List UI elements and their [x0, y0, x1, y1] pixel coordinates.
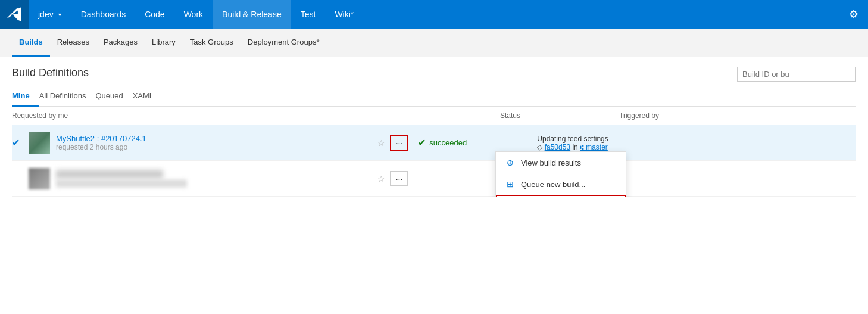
view-results-icon: ⊕ [505, 158, 515, 167]
nav-code[interactable]: Code [135, 0, 174, 29]
header-triggered: Triggered by [619, 111, 856, 120]
build-sub-1: requested 2 hours ago [56, 143, 375, 151]
build-avatar-2 [29, 168, 50, 189]
tab-xaml[interactable]: XAML [133, 86, 163, 107]
branch-link-1[interactable]: master [580, 143, 608, 151]
build-triggered-1: Updating feed settings ◇ fa50d53 in mast… [537, 135, 856, 151]
nav-library[interactable]: Library [145, 29, 183, 57]
more-options-button-1[interactable]: ··· [390, 135, 409, 151]
page-title: Build Definitions [12, 67, 89, 79]
nav-task-groups[interactable]: Task Groups [183, 29, 241, 57]
menu-edit[interactable]: ✏ Edit... [496, 195, 626, 197]
tab-mine[interactable]: Mine [12, 86, 39, 107]
search-input[interactable] [737, 67, 856, 82]
settings-icon[interactable]: ⚙ [849, 8, 858, 21]
nav-packages[interactable]: Packages [96, 29, 145, 57]
status-check-icon: ✔ [418, 137, 426, 148]
menu-item-label-2: Queue new build... [521, 180, 585, 189]
nav-build-release[interactable]: Build & Release [213, 0, 291, 29]
favorite-button-2[interactable]: ☆ [375, 172, 388, 186]
tab-queued[interactable]: Queued [95, 86, 132, 107]
menu-item-label-1: View build results [521, 158, 581, 167]
org-name: jdev [38, 10, 54, 19]
nav-wiki[interactable]: Wiki* [325, 0, 363, 29]
build-name-1: MyShuttle2 : #20170724.1 [56, 134, 375, 143]
build-info-2: blurred content here blurred sub text he… [56, 170, 375, 188]
org-selector[interactable]: jdev ▾ [29, 0, 71, 29]
page-header: Build Definitions [12, 67, 856, 86]
nav-builds[interactable]: Builds [12, 29, 50, 57]
header-requested: Requested by me [12, 111, 500, 120]
definition-tabs: Mine All Definitions Queued XAML [12, 86, 856, 107]
main-content: Build Definitions Mine All Definitions Q… [0, 57, 868, 197]
commit-link-1[interactable]: fa50d53 [545, 143, 570, 151]
nav-work[interactable]: Work [174, 0, 213, 29]
build-row-1: ✔ MyShuttle2 : #20170724.1 requested 2 h… [12, 125, 856, 161]
commit-icon-1: ◇ [537, 143, 544, 151]
build-number-link-1[interactable]: #20170724.1 [101, 134, 146, 143]
second-navigation: Builds Releases Packages Library Task Gr… [0, 29, 868, 57]
nav-test[interactable]: Test [291, 0, 326, 29]
triggered-line1-1: Updating feed settings [537, 135, 856, 143]
logo[interactable] [0, 0, 29, 29]
status-text-1: succeeded [429, 138, 467, 147]
build-row-2: ✔ blurred content here blurred sub text … [12, 161, 856, 197]
build-avatar-1 [29, 132, 50, 154]
in-text-1: in [572, 143, 580, 151]
build-sub-2: blurred sub text here [56, 179, 187, 188]
build-check-icon: ✔ [12, 137, 29, 148]
triggered-commit-line-1: ◇ fa50d53 in master [537, 143, 856, 151]
nav-releases[interactable]: Releases [50, 29, 96, 57]
top-navigation: jdev ▾ Dashboards Code Work Build & Rele… [0, 0, 868, 29]
build-name-2: blurred content here [56, 170, 375, 179]
tab-all-definitions[interactable]: All Definitions [39, 86, 96, 107]
more-options-button-2[interactable]: ··· [390, 171, 409, 186]
menu-queue-new-build[interactable]: ⊞ Queue new build... [496, 173, 626, 195]
menu-view-build-results[interactable]: ⊕ View build results [496, 152, 626, 173]
build-info-1: MyShuttle2 : #20170724.1 requested 2 hou… [56, 134, 375, 151]
build-actions-1: ☆ ··· [375, 135, 409, 151]
top-nav-items: Dashboards Code Work Build & Release Tes… [71, 0, 839, 29]
nav-deployment-groups[interactable]: Deployment Groups* [241, 29, 327, 57]
build-status-1: ✔ succeeded [418, 137, 537, 148]
build-name-link-1[interactable]: MyShuttle2 [56, 134, 95, 143]
build-name-blurred-2: blurred content here [56, 170, 163, 179]
table-header: Requested by me Status Triggered by [12, 107, 856, 125]
status-succeeded-1: ✔ succeeded [418, 137, 537, 148]
context-menu: ⊕ View build results ⊞ Queue new build..… [495, 151, 626, 197]
org-chevron: ▾ [58, 11, 61, 18]
header-status: Status [500, 111, 619, 120]
favorite-button-1[interactable]: ☆ [375, 136, 388, 150]
build-separator: : [97, 134, 101, 143]
queue-build-icon: ⊞ [505, 179, 515, 189]
top-nav-right: ⚙ [839, 0, 868, 29]
nav-dashboards[interactable]: Dashboards [71, 0, 136, 29]
build-check-icon-2: ✔ [12, 173, 29, 184]
build-actions-2: ☆ ··· [375, 171, 409, 186]
azure-devops-icon [7, 7, 21, 21]
